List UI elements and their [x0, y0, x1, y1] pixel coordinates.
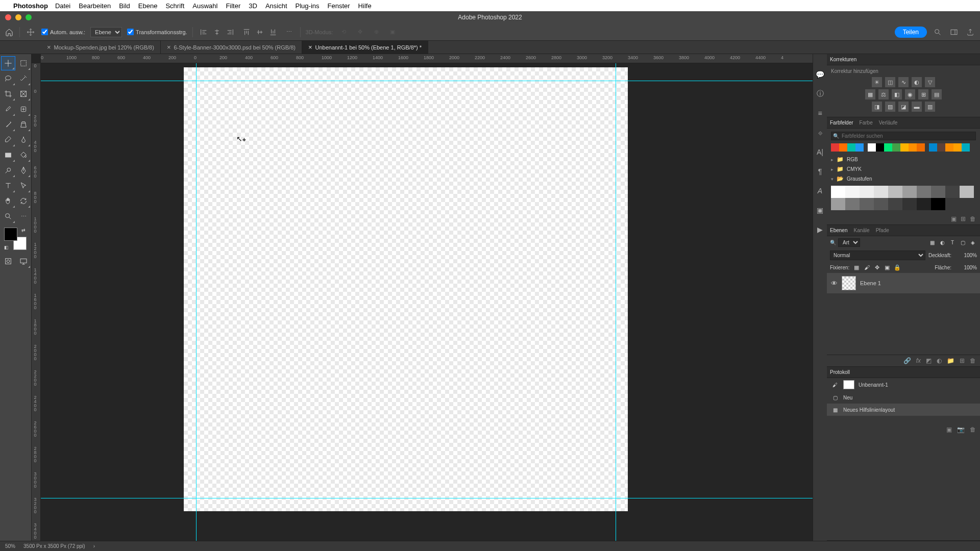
glyphs-panel-icon[interactable]: A	[815, 186, 825, 196]
swatch[interactable]	[874, 198, 888, 210]
properties-panel-icon[interactable]: ≡	[815, 108, 825, 118]
align-top-icon[interactable]	[241, 27, 252, 38]
swatch[interactable]	[929, 143, 937, 152]
selective-color-icon[interactable]: ▥	[925, 102, 935, 112]
panel-tab-pfade[interactable]: Pfade	[876, 228, 889, 233]
swatch[interactable]	[909, 143, 917, 152]
dodge-tool[interactable]	[1, 163, 15, 178]
new-adjustment-layer-icon[interactable]: ◐	[937, 357, 942, 364]
swatch[interactable]	[839, 143, 847, 152]
swatch[interactable]	[900, 143, 909, 152]
layer-fx-icon[interactable]: fx	[916, 357, 921, 364]
blend-mode-dropdown[interactable]: Normal	[830, 251, 925, 260]
swatch[interactable]	[845, 186, 860, 198]
frame-tool[interactable]	[16, 87, 31, 101]
color-balance-icon[interactable]: ⚖	[878, 89, 889, 99]
layer-item[interactable]: 👁 Ebene 1	[827, 273, 980, 293]
doc-tab[interactable]: ×Mockup-Spenden.jpg bei 120% (RGB/8)	[41, 41, 161, 54]
history-document[interactable]: 🖌 Unbenannt-1	[827, 378, 980, 391]
delete-layer-icon[interactable]: 🗑	[970, 357, 976, 364]
healing-brush-tool[interactable]	[16, 102, 31, 116]
transform-checkbox[interactable]: Transformationsstrg.	[127, 29, 187, 35]
align-right-icon[interactable]	[225, 27, 236, 38]
opacity-input[interactable]	[954, 253, 977, 258]
link-layers-icon[interactable]: 🔗	[903, 357, 911, 364]
swatch[interactable]	[831, 198, 845, 210]
eraser-tool[interactable]	[1, 133, 15, 147]
brightness-contrast-icon[interactable]: ☀	[872, 77, 882, 87]
swatch[interactable]	[884, 143, 892, 152]
swatch[interactable]	[945, 186, 960, 198]
swatch-group-cmyk[interactable]: ▸📁CMYK	[831, 164, 976, 174]
swatch[interactable]	[860, 198, 874, 210]
create-document-icon[interactable]: ▣	[946, 426, 952, 433]
lock-all-icon[interactable]: 🔒	[893, 263, 901, 271]
document-info[interactable]: 3500 Px x 3500 Px (72 ppi)	[23, 543, 85, 549]
align-bottom-icon[interactable]	[267, 27, 279, 38]
curves-icon[interactable]: ∿	[898, 77, 909, 87]
new-group-icon[interactable]: 📁	[947, 357, 954, 364]
ruler-horizontal[interactable]: 0100080060040020002004006008001000120014…	[41, 54, 813, 63]
rotate-view-tool[interactable]	[16, 194, 31, 208]
layer-filter-dropdown[interactable]: Art	[838, 238, 860, 247]
menu-schrift[interactable]: Schrift	[165, 2, 184, 10]
swatch[interactable]	[892, 143, 900, 152]
swatch[interactable]	[855, 143, 864, 152]
menu-fenster[interactable]: Fenster	[328, 2, 350, 10]
export-icon[interactable]	[965, 27, 976, 38]
menu-bild[interactable]: Bild	[119, 2, 130, 10]
delete-swatch-icon[interactable]: 🗑	[970, 215, 976, 222]
panel-tab-ebenen[interactable]: Ebenen	[830, 228, 847, 233]
filter-pixel-icon[interactable]: ▦	[928, 239, 936, 247]
lock-artboard-icon[interactable]: ▣	[883, 263, 891, 271]
libraries-panel-icon[interactable]: ▣	[815, 205, 825, 215]
maximize-window-button[interactable]	[26, 14, 32, 20]
align-left-icon[interactable]	[198, 27, 209, 38]
align-center-h-icon[interactable]	[211, 27, 223, 38]
swatch[interactable]	[831, 186, 845, 198]
actions-panel-icon[interactable]: ▶	[815, 224, 825, 235]
swatch[interactable]	[931, 198, 945, 210]
auto-select-checkbox[interactable]: Autom. ausw.:	[41, 29, 85, 35]
lock-transparency-icon[interactable]: ▦	[852, 263, 861, 271]
filter-smart-icon[interactable]: ◈	[969, 239, 977, 247]
swatch[interactable]	[831, 143, 839, 152]
new-layer-icon[interactable]: ⊞	[960, 357, 965, 364]
color-lookup-icon[interactable]: ▤	[932, 89, 942, 99]
more-options-icon[interactable]: ⋯	[284, 27, 295, 38]
home-icon[interactable]	[4, 27, 14, 37]
gradient-map-icon[interactable]: ▬	[912, 102, 922, 112]
swatch-search-input[interactable]	[831, 132, 976, 140]
color-swatches[interactable]: ⇄ ◧	[4, 228, 27, 250]
new-group-icon[interactable]: ▣	[951, 215, 957, 222]
menu-plugins[interactable]: Plug-ins	[296, 2, 320, 10]
photo-filter-icon[interactable]: ◉	[905, 89, 915, 99]
invert-icon[interactable]: ◨	[872, 102, 882, 112]
auto-select-dropdown[interactable]: Ebene	[90, 27, 122, 37]
rectangle-tool[interactable]	[1, 148, 15, 162]
swatch[interactable]	[945, 143, 953, 152]
channel-mixer-icon[interactable]: ⊞	[918, 89, 928, 99]
swatch[interactable]	[888, 186, 902, 198]
comments-panel-icon[interactable]: 💬	[815, 69, 825, 80]
swatch[interactable]	[860, 186, 874, 198]
swatch[interactable]	[917, 198, 931, 210]
menu-hilfe[interactable]: Hilfe	[358, 2, 372, 10]
adjustments-panel-icon[interactable]: ⟐	[815, 128, 825, 138]
panel-tab-kanale[interactable]: Kanäle	[853, 228, 869, 233]
filter-adjustment-icon[interactable]: ◐	[938, 239, 946, 247]
guide-vertical[interactable]	[616, 63, 616, 541]
viewport[interactable]: ↖✥	[41, 63, 813, 541]
swatch[interactable]	[917, 186, 931, 198]
edit-toolbar[interactable]: ⋯	[16, 209, 31, 223]
lasso-tool[interactable]	[1, 71, 15, 86]
black-white-icon[interactable]: ◧	[892, 89, 902, 99]
close-tab-icon[interactable]: ×	[167, 43, 171, 51]
history-step[interactable]: ▦ Neues Hilfslinienlayout	[827, 404, 980, 416]
swatch[interactable]	[937, 143, 945, 152]
paint-bucket-tool[interactable]	[16, 148, 31, 162]
swatch[interactable]	[902, 186, 917, 198]
snapshot-icon[interactable]: 📷	[957, 426, 965, 433]
swatch[interactable]	[874, 186, 888, 198]
move-tool-icon[interactable]	[25, 27, 36, 38]
